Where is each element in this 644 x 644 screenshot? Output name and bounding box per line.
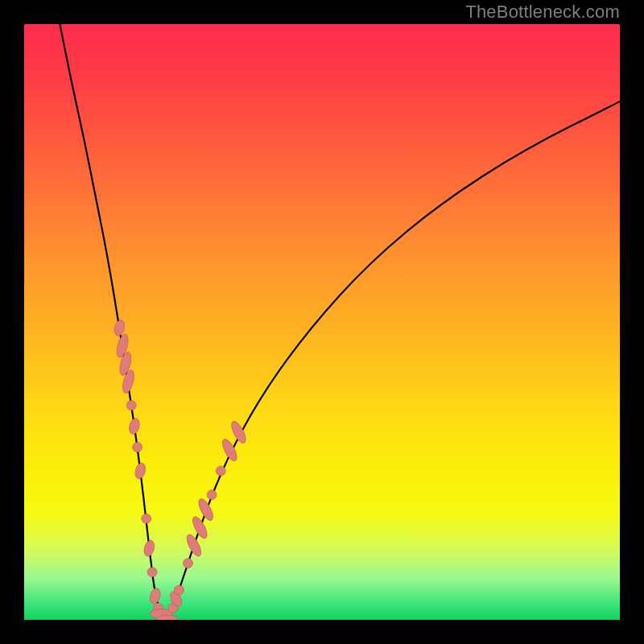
marker-5	[128, 417, 142, 435]
chart-svg	[24, 24, 620, 620]
marker-7	[134, 462, 147, 480]
marker-17	[174, 585, 184, 595]
marker-layer	[113, 319, 249, 620]
marker-4	[126, 401, 136, 411]
marker-22	[207, 490, 217, 500]
marker-10	[147, 568, 157, 577]
marker-18	[184, 559, 193, 568]
watermark-text: TheBottleneck.com	[465, 0, 620, 24]
marker-6	[133, 442, 142, 452]
bottleneck-curve	[60, 24, 620, 618]
chart-frame: TheBottleneck.com	[0, 0, 644, 644]
marker-8	[142, 514, 151, 523]
marker-11	[148, 587, 162, 605]
marker-23	[216, 466, 225, 476]
marker-9	[142, 539, 156, 557]
plot-area	[24, 24, 620, 620]
